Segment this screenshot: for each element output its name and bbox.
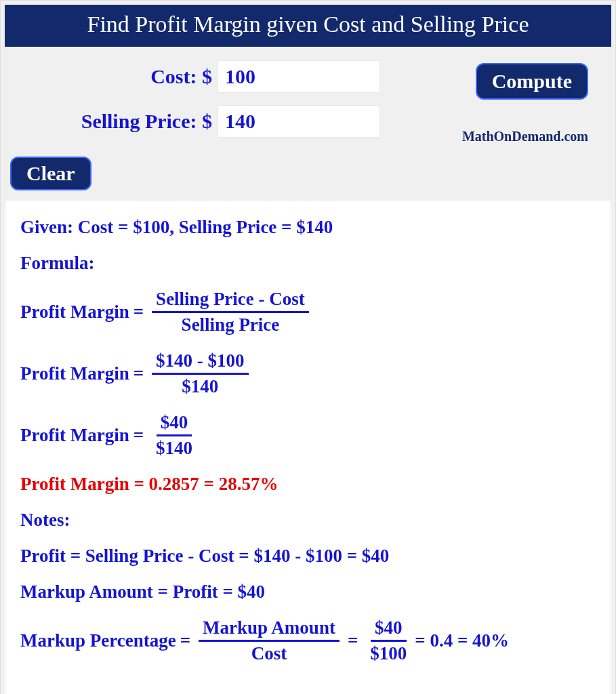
pm-label: Profit Margin <box>20 302 129 323</box>
markup-pct-num2: $40 <box>371 617 407 642</box>
markup-pct-label: Markup Percentage <box>20 630 176 651</box>
formula-line: Profit Margin = Selling Price - Cost Sel… <box>20 289 596 335</box>
markup-pct-fraction1: Markup Amount Cost <box>199 617 340 664</box>
step1-line: Profit Margin = $140 - $100 $140 <box>20 350 596 397</box>
pm-label: Profit Margin <box>20 425 129 446</box>
equals-sign: = <box>180 630 190 651</box>
pm-label: Profit Margin <box>20 363 129 384</box>
cost-input[interactable] <box>218 60 380 93</box>
profit-line: Profit = Selling Price - Cost = $140 - $… <box>20 546 596 567</box>
markup-pct-den1: Cost <box>247 642 291 664</box>
formula-heading: Formula: <box>20 253 596 274</box>
step2-numerator: $40 <box>157 412 192 436</box>
equals-sign: = <box>134 302 144 323</box>
given-line: Given: Cost = $100, Selling Price = $140 <box>20 217 596 238</box>
selling-price-input[interactable] <box>218 105 380 138</box>
compute-button[interactable]: Compute <box>476 63 588 100</box>
markup-pct-tail: = 0.4 = 40% <box>415 630 509 651</box>
inputs-area: Cost: $ Selling Price: $ Compute MathOnD… <box>1 47 615 157</box>
step1-fraction: $140 - $100 $140 <box>152 350 249 397</box>
equals-sign: = <box>134 363 144 384</box>
markup-pct-num1: Markup Amount <box>199 617 340 642</box>
markup-pct-den2: $100 <box>366 642 411 664</box>
cost-label: Cost: $ <box>14 65 218 88</box>
notes-heading: Notes: <box>20 510 596 531</box>
results-panel: Given: Cost = $100, Selling Price = $140… <box>5 200 611 694</box>
formula-numerator: Selling Price - Cost <box>152 289 309 313</box>
page-title: Find Profit Margin given Cost and Sellin… <box>5 5 611 47</box>
step1-numerator: $140 - $100 <box>152 350 249 375</box>
calculator-page: Find Profit Margin given Cost and Sellin… <box>0 0 616 694</box>
selling-price-label: Selling Price: $ <box>14 110 218 133</box>
equals-sign: = <box>134 425 144 446</box>
step2-denominator: $140 <box>152 436 197 459</box>
answer-line: Profit Margin = 0.2857 = 28.57% <box>20 474 596 495</box>
markup-percentage-line: Markup Percentage = Markup Amount Cost =… <box>20 617 596 664</box>
markup-amount-line: Markup Amount = Profit = $40 <box>20 581 596 603</box>
equals-sign: = <box>348 630 358 651</box>
formula-denominator: Selling Price <box>178 313 284 335</box>
brand-link[interactable]: MathOnDemand.com <box>462 129 588 144</box>
clear-button[interactable]: Clear <box>10 157 91 190</box>
step1-denominator: $140 <box>178 375 222 397</box>
step2-fraction: $40 $140 <box>152 412 197 459</box>
formula-fraction: Selling Price - Cost Selling Price <box>152 289 309 335</box>
step2-line: Profit Margin = $40 $140 <box>20 412 596 459</box>
markup-pct-fraction2: $40 $100 <box>366 617 411 664</box>
